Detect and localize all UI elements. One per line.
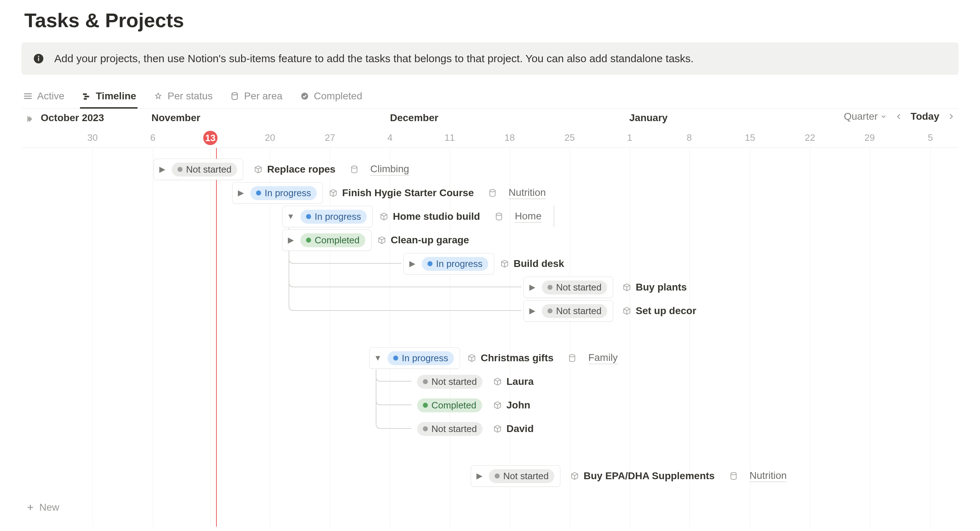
expand-caret-icon[interactable]: ▶ bbox=[407, 259, 417, 268]
day-label: 8 bbox=[687, 132, 692, 143]
task-card[interactable]: Not started bbox=[414, 418, 488, 440]
svg-point-11 bbox=[570, 354, 575, 357]
database-icon bbox=[494, 212, 504, 221]
timeline-today-button[interactable]: Today bbox=[911, 111, 939, 122]
tab-per-status[interactable]: Per status bbox=[152, 87, 214, 108]
task-meta[interactable]: Replace ropes Climbing bbox=[254, 159, 409, 180]
page-icon bbox=[254, 165, 263, 174]
grid-line bbox=[330, 148, 330, 527]
task-area[interactable]: Climbing bbox=[371, 163, 409, 175]
month-label: November bbox=[151, 112, 200, 124]
grid-line bbox=[390, 148, 390, 527]
day-label: 5 bbox=[928, 132, 933, 143]
expand-caret-icon[interactable]: ▶ bbox=[528, 283, 537, 292]
task-card[interactable]: ▼In progress bbox=[282, 206, 373, 227]
collapse-caret-icon[interactable]: ▼ bbox=[286, 212, 295, 221]
task-area[interactable]: Nutrition bbox=[749, 470, 787, 482]
day-label: 18 bbox=[504, 132, 515, 143]
status-label: In progress bbox=[265, 188, 311, 199]
day-label: 29 bbox=[865, 132, 875, 143]
tab-active[interactable]: Active bbox=[21, 87, 66, 108]
task-card[interactable]: ▶Not started bbox=[523, 300, 613, 322]
status-pill: Not started bbox=[542, 281, 607, 295]
svg-rect-3 bbox=[83, 93, 87, 95]
expand-caret-icon[interactable]: ▶ bbox=[236, 188, 245, 198]
tab-timeline[interactable]: Timeline bbox=[80, 87, 137, 108]
database-icon bbox=[488, 188, 497, 198]
database-icon bbox=[729, 471, 738, 481]
task-meta[interactable]: John bbox=[493, 394, 530, 416]
status-pill: Completed bbox=[301, 233, 365, 247]
task-card[interactable]: ▶In progress bbox=[232, 182, 323, 204]
task-title: John bbox=[506, 400, 530, 411]
per-area-icon bbox=[230, 91, 240, 101]
task-card[interactable]: ▶Completed bbox=[282, 230, 371, 251]
task-meta[interactable]: Buy plants bbox=[622, 277, 687, 298]
completed-icon bbox=[300, 91, 310, 101]
day-label: 25 bbox=[565, 132, 575, 143]
day-label: 1 bbox=[627, 132, 632, 143]
tab-label: Per status bbox=[167, 91, 213, 102]
tab-label: Per area bbox=[244, 91, 282, 102]
task-area[interactable]: Nutrition bbox=[509, 187, 546, 199]
timeline-prev-button[interactable] bbox=[895, 113, 903, 120]
expand-caret-icon[interactable]: ▶ bbox=[528, 306, 537, 316]
expand-sidebar-icon[interactable] bbox=[23, 113, 35, 125]
timeline-body[interactable]: New ▶Not startedReplace ropes Climbing▶I… bbox=[21, 148, 959, 527]
grid-line bbox=[92, 148, 93, 527]
task-area[interactable]: Family bbox=[588, 352, 617, 364]
page-icon bbox=[377, 236, 387, 245]
timeline-next-button[interactable] bbox=[947, 113, 955, 120]
task-meta[interactable]: Clean-up garage bbox=[377, 230, 469, 251]
task-meta[interactable]: Buy EPA/DHA Supplements Nutrition bbox=[570, 465, 787, 487]
task-card[interactable]: Not started bbox=[414, 371, 488, 392]
task-meta[interactable]: Finish Hygie Starter Course Nutrition bbox=[329, 182, 546, 204]
status-pill: Not started bbox=[417, 422, 482, 436]
task-title: Set up decor bbox=[636, 305, 697, 317]
collapse-caret-icon[interactable]: ▼ bbox=[373, 353, 382, 363]
status-label: In progress bbox=[315, 211, 361, 222]
task-title: Finish Hygie Starter Course bbox=[342, 187, 474, 199]
timeline-icon bbox=[81, 91, 91, 101]
task-area[interactable]: Home bbox=[515, 210, 542, 223]
task-meta[interactable]: Build desk bbox=[500, 253, 564, 274]
task-meta[interactable]: Christmas gifts Family bbox=[467, 347, 618, 369]
new-task-button[interactable]: New bbox=[21, 499, 64, 516]
page-icon bbox=[622, 306, 632, 316]
task-title: Build desk bbox=[514, 258, 564, 269]
status-label: Not started bbox=[556, 282, 601, 293]
status-pill: Not started bbox=[489, 469, 554, 483]
status-pill: Completed bbox=[417, 399, 482, 412]
task-card[interactable]: ▶Not started bbox=[523, 277, 613, 298]
task-meta[interactable]: Home studio build Home bbox=[379, 206, 541, 227]
page-icon bbox=[493, 400, 502, 410]
task-card[interactable]: ▶Not started bbox=[471, 465, 560, 487]
page-icon bbox=[379, 212, 388, 221]
grid-line bbox=[450, 148, 450, 527]
day-label: 20 bbox=[265, 132, 275, 143]
task-title: Clean-up garage bbox=[391, 234, 469, 246]
expand-caret-icon[interactable]: ▶ bbox=[286, 236, 295, 245]
status-pill: Not started bbox=[542, 304, 607, 318]
tab-completed[interactable]: Completed bbox=[298, 87, 364, 108]
task-card[interactable]: ▼In progress bbox=[369, 347, 460, 369]
page-title: Tasks & Projects bbox=[24, 9, 959, 32]
task-meta[interactable]: David bbox=[493, 418, 534, 440]
task-card[interactable]: Completed bbox=[414, 394, 488, 416]
task-meta[interactable]: Laura bbox=[493, 371, 534, 392]
tab-per-area[interactable]: Per area bbox=[228, 87, 283, 108]
grid-line bbox=[210, 148, 211, 527]
grid-line bbox=[870, 148, 870, 527]
task-title: Christmas gifts bbox=[481, 352, 554, 364]
task-card[interactable]: ▶Not started bbox=[154, 159, 243, 180]
database-icon bbox=[350, 165, 359, 174]
expand-caret-icon[interactable]: ▶ bbox=[475, 471, 484, 481]
timeline-scale-dropdown[interactable]: Quarter bbox=[844, 111, 887, 122]
task-meta[interactable]: Set up decor bbox=[622, 300, 697, 322]
view-tabs: ActiveTimelinePer statusPer areaComplete… bbox=[21, 85, 959, 108]
status-pill: Not started bbox=[172, 163, 237, 177]
day-label: 27 bbox=[325, 132, 336, 143]
expand-caret-icon[interactable]: ▶ bbox=[158, 165, 167, 174]
page-icon bbox=[329, 188, 338, 198]
task-card[interactable]: ▶In progress bbox=[404, 253, 494, 274]
